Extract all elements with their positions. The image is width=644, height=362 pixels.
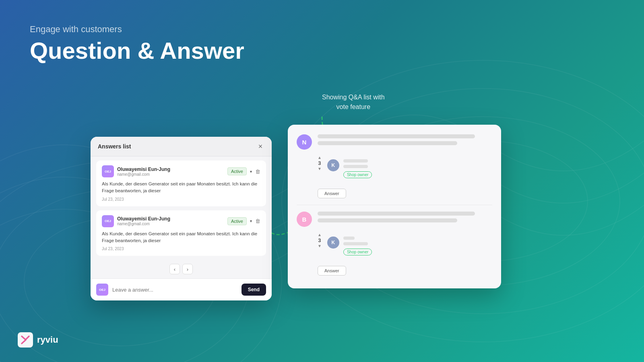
header-title: Question & Answer bbox=[30, 38, 244, 64]
trash-icon[interactable]: 🗑 bbox=[255, 218, 260, 224]
answer-item: OEJ Oluwayemisi Eun-Jung name@gmail.com … bbox=[96, 160, 266, 206]
compose-avatar: OEJ bbox=[96, 284, 108, 296]
answerer-avatar: K bbox=[327, 159, 339, 171]
answer-button[interactable]: Answer bbox=[318, 266, 346, 276]
user-name: Oluwayemisi Eun-Jung bbox=[117, 216, 170, 222]
vote-down-icon[interactable]: ▼ bbox=[318, 244, 322, 248]
question-line-2 bbox=[318, 141, 457, 145]
qa-question-content bbox=[318, 134, 492, 148]
qa-question-left: B bbox=[297, 212, 312, 227]
avatar: OEJ bbox=[102, 215, 114, 227]
answer-actions: Active ▾ 🗑 bbox=[227, 167, 260, 175]
answer-compose: OEJ Send bbox=[91, 278, 272, 300]
page-header: Engage with customers Question & Answer bbox=[30, 24, 244, 64]
answer-section: K Shop owner bbox=[327, 237, 372, 258]
answer-item-header: OEJ Oluwayemisi Eun-Jung name@gmail.com … bbox=[102, 165, 260, 177]
vote-up-icon[interactable]: ▲ bbox=[318, 155, 322, 160]
chevron-down-icon[interactable]: ▾ bbox=[250, 219, 252, 223]
question-avatar: N bbox=[297, 134, 312, 150]
user-email: name@gmail.com bbox=[117, 222, 170, 226]
answers-card-header: Answers list × bbox=[91, 137, 272, 156]
vote-control[interactable]: ▲ 3 ▼ bbox=[318, 155, 322, 171]
qa-question-left: N bbox=[297, 134, 312, 150]
qa-item: N bbox=[297, 134, 492, 150]
answers-list-card: Answers list × OEJ Oluwayemisi Eun-Jung … bbox=[91, 137, 272, 300]
compose-input[interactable] bbox=[112, 287, 237, 293]
answerer-avatar: K bbox=[327, 237, 339, 249]
shop-owner-badge: Shop owner bbox=[343, 249, 372, 255]
annotation-label: Showing Q&A list with vote feature bbox=[322, 93, 385, 112]
answer-line-2 bbox=[343, 242, 368, 245]
chevron-down-icon[interactable]: ▾ bbox=[250, 169, 252, 174]
logo-icon bbox=[18, 332, 33, 348]
annotation-line1: Showing Q&A list with bbox=[322, 94, 385, 101]
avatar: OEJ bbox=[102, 165, 114, 177]
answer-item: OEJ Oluwayemisi Eun-Jung name@gmail.com … bbox=[96, 210, 266, 256]
prev-page-button[interactable]: ‹ bbox=[169, 264, 180, 274]
status-badge[interactable]: Active bbox=[227, 217, 247, 225]
question-line-1 bbox=[318, 212, 475, 216]
question-avatar: B bbox=[297, 212, 312, 227]
status-badge[interactable]: Active bbox=[227, 167, 247, 175]
close-button[interactable]: × bbox=[256, 142, 264, 150]
answer-item-header: OEJ Oluwayemisi Eun-Jung name@gmail.com … bbox=[102, 215, 260, 227]
question-line-2 bbox=[318, 218, 457, 222]
logo-area: ryviu bbox=[18, 332, 58, 348]
user-info: OEJ Oluwayemisi Eun-Jung name@gmail.com bbox=[102, 165, 170, 177]
qa-list-card: N ▲ 3 ▼ K Shop owner Answer bbox=[288, 125, 501, 288]
next-page-button[interactable]: › bbox=[182, 264, 193, 274]
vote-control[interactable]: ▲ 3 ▼ bbox=[318, 232, 322, 248]
answers-card-title: Answers list bbox=[98, 143, 131, 150]
user-email: name@gmail.com bbox=[117, 172, 170, 177]
answer-content: Shop owner bbox=[343, 237, 372, 258]
question-line-1 bbox=[318, 134, 475, 138]
answer-date: Jul 23, 2023 bbox=[102, 247, 260, 251]
pagination: ‹ › bbox=[91, 260, 272, 278]
logo-text: ryviu bbox=[37, 335, 58, 345]
answer-line-1 bbox=[343, 159, 368, 162]
answer-button[interactable]: Answer bbox=[318, 189, 346, 198]
vote-up-icon[interactable]: ▲ bbox=[318, 232, 322, 237]
answer-text: Als Kunde, der diesen Generator seit ein… bbox=[102, 230, 260, 245]
answer-section: K Shop owner bbox=[327, 159, 372, 181]
vote-down-icon[interactable]: ▼ bbox=[318, 167, 322, 171]
send-button[interactable]: Send bbox=[242, 284, 266, 296]
qa-item: B bbox=[297, 212, 492, 227]
answer-content: Shop owner bbox=[343, 159, 372, 181]
shop-owner-badge: Shop owner bbox=[343, 171, 372, 178]
qa-question-content bbox=[318, 212, 492, 225]
vote-count: 3 bbox=[318, 160, 321, 166]
user-details: Oluwayemisi Eun-Jung name@gmail.com bbox=[117, 167, 170, 177]
answer-text: Als Kunde, der diesen Generator seit ein… bbox=[102, 181, 260, 195]
answer-actions: Active ▾ 🗑 bbox=[227, 217, 260, 225]
vote-count: 3 bbox=[318, 237, 321, 243]
answer-line-1 bbox=[343, 237, 355, 240]
annotation-line2: vote feature bbox=[336, 103, 371, 110]
divider bbox=[297, 205, 492, 205]
user-details: Oluwayemisi Eun-Jung name@gmail.com bbox=[117, 216, 170, 226]
answer-date: Jul 23, 2023 bbox=[102, 197, 260, 202]
user-info: OEJ Oluwayemisi Eun-Jung name@gmail.com bbox=[102, 215, 170, 227]
header-subtitle: Engage with customers bbox=[30, 24, 244, 35]
user-name: Oluwayemisi Eun-Jung bbox=[117, 167, 170, 172]
answer-line-2 bbox=[343, 165, 368, 168]
trash-icon[interactable]: 🗑 bbox=[255, 169, 260, 175]
